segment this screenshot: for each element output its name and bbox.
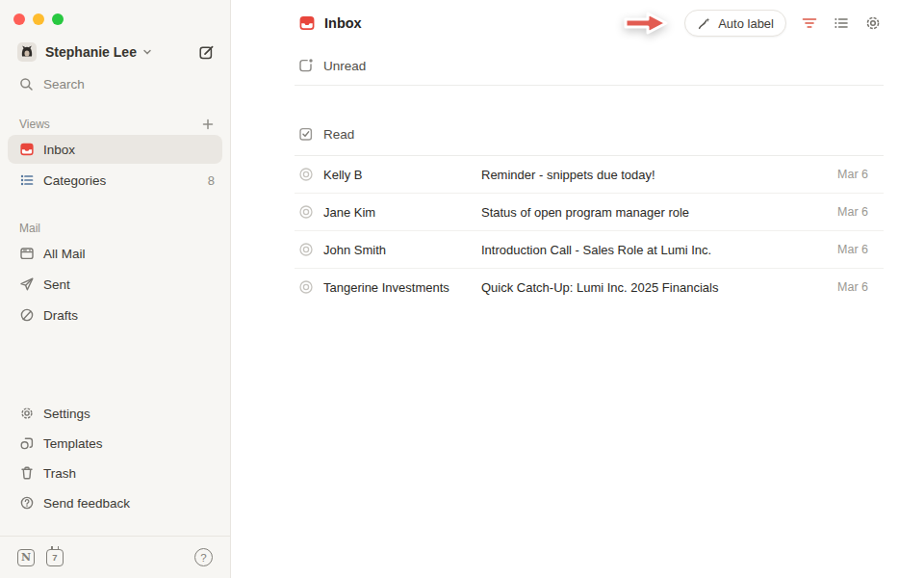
mail-subject: Status of open program manager role: [481, 205, 826, 220]
page-title: Inbox: [324, 15, 362, 31]
sidebar-item-label: Inbox: [43, 143, 75, 157]
search-icon: [19, 77, 34, 92]
section-divider: [295, 85, 884, 86]
sidebar-item-drafts[interactable]: Drafts: [8, 301, 222, 329]
section-unread[interactable]: Unread: [295, 46, 884, 85]
sidebar-item-label: Send feedback: [43, 496, 130, 511]
mail-date: Mar 6: [837, 205, 868, 219]
mail-sender: Tangerine Investments: [323, 280, 481, 295]
filter-icon[interactable]: [801, 14, 818, 32]
window-controls: [0, 0, 230, 33]
account-switcher[interactable]: Stephanie Lee: [0, 33, 230, 66]
avatar: [17, 42, 37, 62]
auto-label-icon: [697, 16, 711, 31]
trash-icon: [19, 465, 35, 481]
section-read[interactable]: Read: [295, 113, 884, 155]
mail-row[interactable]: Kelly B Reminder - snippets due today! M…: [295, 156, 884, 193]
settings-gear-icon[interactable]: [864, 14, 882, 32]
mail-sender: Jane Kim: [323, 205, 481, 220]
templates-icon: [19, 435, 35, 451]
all-mail-icon: [19, 246, 35, 261]
sidebar-item-settings[interactable]: Settings: [8, 399, 222, 428]
list-view-icon[interactable]: [833, 14, 850, 32]
zoom-window-button[interactable]: [52, 13, 64, 25]
question-circle-icon: [19, 495, 35, 511]
inbox-icon: [298, 14, 316, 32]
search-placeholder: Search: [43, 77, 85, 92]
read-status-icon[interactable]: [298, 242, 314, 257]
read-status-icon[interactable]: [298, 204, 314, 220]
notion-app-icon[interactable]: N: [17, 549, 35, 566]
drafts-icon: [19, 307, 35, 323]
calendar-app-icon[interactable]: 7: [46, 549, 64, 566]
auto-label-button-label: Auto label: [718, 16, 774, 31]
mail-row[interactable]: Jane Kim Status of open program manager …: [295, 194, 884, 230]
mail-section-header: Mail: [0, 219, 230, 238]
user-name: Stephanie Lee: [45, 44, 137, 60]
annotation-arrow-icon: [621, 9, 671, 38]
sidebar-item-sent[interactable]: Sent: [8, 270, 222, 299]
read-status-icon[interactable]: [298, 279, 314, 295]
sidebar-item-label: Templates: [43, 436, 103, 451]
mail-list: Unread Read Kelly B Reminder - snippets …: [295, 46, 884, 305]
chevron-down-icon: [142, 47, 152, 57]
categories-count-badge: 8: [208, 173, 215, 188]
mail-subject: Reminder - snippets due today!: [481, 168, 826, 182]
sidebar-bottom-bar: N 7 ?: [0, 536, 230, 578]
sidebar-item-templates[interactable]: Templates: [8, 429, 222, 458]
sidebar-item-label: Categories: [43, 173, 106, 188]
sidebar-item-all-mail[interactable]: All Mail: [8, 239, 222, 268]
mail-subject: Introduction Call - Sales Role at Lumi I…: [481, 243, 826, 257]
sidebar-item-label: Drafts: [43, 308, 78, 323]
sidebar-item-send-feedback[interactable]: Send feedback: [8, 488, 222, 517]
mail-row[interactable]: John Smith Introduction Call - Sales Rol…: [295, 231, 884, 268]
sidebar-item-label: Trash: [43, 466, 76, 481]
section-label: Unread: [323, 59, 366, 73]
mail-date: Mar 6: [837, 168, 868, 181]
sidebar-item-label: Settings: [43, 407, 90, 421]
help-icon[interactable]: ?: [194, 548, 213, 566]
sidebar-item-label: Sent: [43, 277, 70, 292]
minimize-window-button[interactable]: [33, 13, 44, 25]
main-content: Inbox Auto label: [231, 0, 924, 578]
send-icon: [19, 276, 35, 292]
views-section-header: Views: [0, 115, 230, 134]
mail-date: Mar 6: [837, 280, 868, 294]
main-header: Inbox Auto label: [231, 0, 924, 46]
gear-icon: [19, 406, 35, 421]
mail-subject: Quick Catch-Up: Lumi Inc. 2025 Financial…: [481, 280, 826, 295]
sidebar-item-inbox[interactable]: Inbox: [8, 135, 222, 164]
section-label: Read: [323, 127, 354, 142]
auto-label-button[interactable]: Auto label: [684, 10, 786, 37]
mail-row[interactable]: Tangerine Investments Quick Catch-Up: Lu…: [295, 269, 884, 305]
sidebar-item-trash[interactable]: Trash: [8, 459, 222, 487]
checkbox-checked-icon: [298, 126, 314, 142]
mail-date: Mar 6: [837, 243, 868, 256]
sidebar: Stephanie Lee Search Views: [0, 0, 231, 578]
read-status-icon[interactable]: [298, 167, 314, 182]
close-window-button[interactable]: [13, 13, 25, 25]
mail-sender: John Smith: [323, 243, 481, 257]
inbox-icon: [19, 142, 35, 157]
sidebar-item-label: All Mail: [43, 247, 86, 261]
sidebar-item-categories[interactable]: Categories 8: [8, 166, 222, 195]
compose-icon[interactable]: [198, 44, 215, 61]
sidebar-bottom-group: Settings Templates Trash: [0, 398, 230, 536]
categories-icon: [19, 172, 35, 188]
mail-sender: Kelly B: [323, 168, 481, 182]
add-view-button[interactable]: [201, 118, 215, 131]
unread-icon: [298, 58, 314, 73]
search-input[interactable]: Search: [0, 66, 230, 92]
